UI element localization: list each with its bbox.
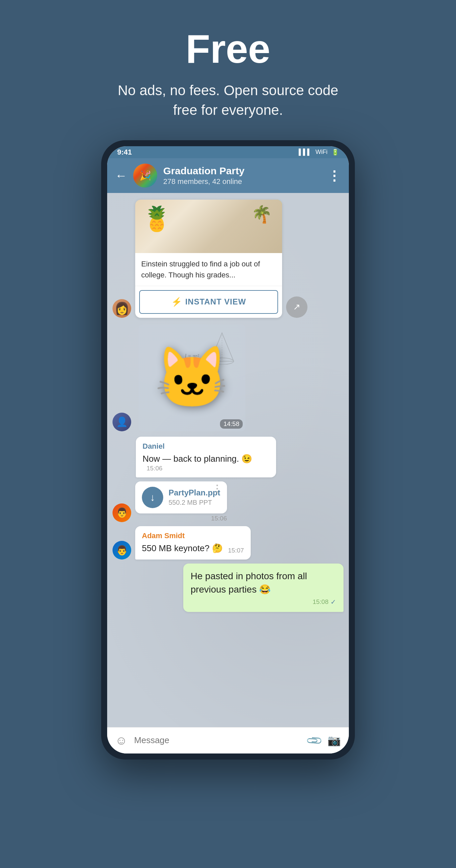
- share-button[interactable]: ↗: [286, 297, 307, 318]
- file-more-button[interactable]: ⋮: [212, 486, 222, 492]
- sticker-sender-avatar: 👤: [113, 413, 131, 431]
- status-icons: ▌▌▌ WiFi 🔋: [299, 149, 339, 156]
- own-message-text: He pasted in photos from all previous pa…: [191, 569, 336, 596]
- cat-sticker: 🐱: [139, 324, 245, 431]
- hero-subtitle: No ads, no fees. Open source code free f…: [111, 81, 345, 120]
- more-button[interactable]: ⋮: [328, 172, 341, 180]
- sticker-container: l = πr² A = πr²h V = l³ P = 2πr s = √(r²…: [139, 324, 245, 431]
- cat-emoji: 🐱: [155, 343, 230, 413]
- instant-view-button[interactable]: ⚡ INSTANT VIEW: [139, 290, 278, 314]
- hero-title: Free: [13, 27, 443, 71]
- status-bar: 9:41 ▌▌▌ WiFi 🔋: [107, 146, 349, 158]
- daniel-message: Daniel Now — back to planning. 😉 15:06: [136, 437, 343, 477]
- file-sender-avatar: 👨: [113, 503, 131, 522]
- file-time: 15:06: [135, 515, 227, 522]
- article-sender-avatar: 👩: [113, 299, 131, 318]
- phone-mockup: 9:41 ▌▌▌ WiFi 🔋 ← 🎉 Graduation Party 278…: [101, 140, 355, 760]
- attach-button[interactable]: 📎: [305, 731, 323, 749]
- instant-view-label: INSTANT VIEW: [185, 297, 246, 307]
- daniel-time: 15:06: [147, 465, 162, 472]
- chat-header: ← 🎉 Graduation Party 278 members, 42 onl…: [107, 158, 349, 193]
- daniel-bubble: Daniel Now — back to planning. 😉 15:06: [136, 437, 276, 477]
- own-message-bubble: He pasted in photos from all previous pa…: [183, 563, 343, 612]
- file-message-wrapper: ↓ PartyPlan.ppt 550.2 MB PPT ⋮ 15:06: [135, 482, 227, 522]
- back-button[interactable]: ←: [115, 169, 127, 182]
- phone-screen: 9:41 ▌▌▌ WiFi 🔋 ← 🎉 Graduation Party 278…: [107, 146, 349, 753]
- hero-section: Free No ads, no fees. Open source code f…: [0, 0, 456, 140]
- own-time-row: 15:08 ✓: [191, 598, 336, 606]
- adam-text: 550 MB keynote? 🤔: [142, 543, 223, 553]
- chat-info: Graduation Party 278 members, 42 online: [163, 165, 322, 186]
- sticker-message-row: 👤 l = πr² A = πr²h V = l³ P = 2πr s = √(…: [113, 324, 343, 431]
- daniel-text: Now — back to planning. 😉: [143, 454, 252, 464]
- message-input[interactable]: [134, 735, 301, 745]
- article-card: 🍍 🌴 Einstein struggled to find a job out…: [135, 199, 282, 318]
- own-message-wrapper: He pasted in photos from all previous pa…: [113, 563, 343, 612]
- battery-icon: 🔋: [332, 149, 339, 156]
- signal-icon: ▌▌▌: [299, 149, 311, 156]
- chat-avatar: 🎉: [133, 163, 157, 188]
- chat-members: 278 members, 42 online: [163, 177, 322, 186]
- adam-sender-name: Adam Smidt: [142, 531, 244, 540]
- file-bubble: ↓ PartyPlan.ppt 550.2 MB PPT ⋮: [135, 482, 227, 514]
- adam-bubble: Adam Smidt 550 MB keynote? 🤔 15:07: [135, 526, 251, 560]
- daniel-sender-name: Daniel: [143, 442, 269, 451]
- share-icon: ↗: [293, 302, 300, 312]
- article-image-decor: 🍍: [142, 205, 172, 233]
- article-image-decor2: 🌴: [251, 205, 272, 224]
- adam-time: 15:07: [228, 547, 244, 554]
- file-download-button[interactable]: ↓: [142, 487, 163, 508]
- emoji-button[interactable]: ☺: [115, 734, 127, 747]
- download-icon: ↓: [150, 492, 155, 503]
- sticker-time: 14:58: [220, 419, 243, 429]
- adam-sender-avatar: 👨: [113, 541, 131, 560]
- status-time: 9:41: [117, 148, 132, 157]
- read-checkmark: ✓: [331, 598, 336, 606]
- message-input-bar: ☺ 📎 📷: [107, 727, 349, 753]
- article-message-row: 👩 🍍 🌴 Einstein struggled to find a job o…: [113, 199, 343, 318]
- article-preview-text: Einstein struggled to find a job out of …: [135, 253, 282, 286]
- bolt-icon: ⚡: [171, 297, 182, 307]
- chat-name: Graduation Party: [163, 165, 322, 177]
- adam-message-row: 👨 Adam Smidt 550 MB keynote? 🤔 15:07: [113, 526, 343, 560]
- own-message-time: 15:08: [312, 598, 329, 606]
- file-size: 550.2 MB PPT: [169, 499, 220, 506]
- wifi-icon: WiFi: [315, 149, 328, 156]
- file-message-row: 👨 ↓ PartyPlan.ppt 550.2 MB PPT ⋮: [113, 482, 343, 522]
- article-image: 🍍 🌴: [135, 199, 282, 253]
- messages-area: 👩 🍍 🌴 Einstein struggled to find a job o…: [107, 193, 349, 727]
- phone-outer-frame: 9:41 ▌▌▌ WiFi 🔋 ← 🎉 Graduation Party 278…: [101, 140, 355, 760]
- camera-button[interactable]: 📷: [328, 734, 341, 747]
